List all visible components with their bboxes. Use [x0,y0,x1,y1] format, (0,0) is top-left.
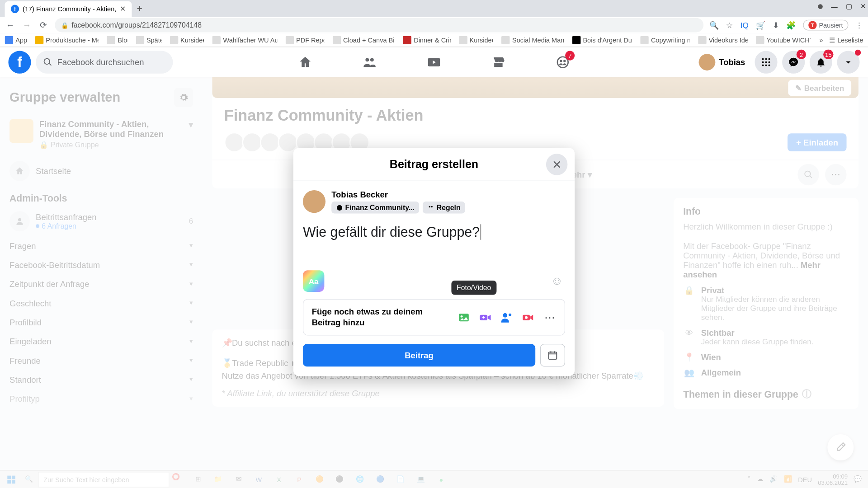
window-maximize[interactable]: ▢ [846,2,852,10]
notifications-badge: 15 [823,50,834,59]
modal-user-name: Tobias Becker [331,190,465,199]
facebook-favicon: f [11,5,19,14]
browser-chrome: ― ▢ ✕ f (17) Finanz Community - Aktien, … [0,0,868,47]
bookmark-item[interactable]: Social Media Mana… [501,36,564,44]
svg-point-2 [563,60,566,62]
bookmark-item[interactable]: Kursideen [459,36,493,44]
forward-button[interactable]: → [21,20,32,31]
rules-chip[interactable]: Regeln [423,202,466,213]
window-controls: ― ▢ ✕ [818,2,865,10]
browser-tab[interactable]: f (17) Finanz Community - Aktien, ✕ [5,1,132,17]
bookmark-item[interactable]: Produktsuche - Mer… [35,36,99,44]
room-icon[interactable]: + [479,311,492,324]
background-color-button[interactable]: Aa [303,270,324,292]
modal-user-row: Tobias Becker Finanz Community... Regeln [303,190,565,214]
nav-friends[interactable] [340,48,400,76]
svg-rect-22 [549,352,557,359]
nav-marketplace[interactable] [468,48,528,76]
zoom-icon[interactable]: 🔍 [709,21,719,30]
nav-home[interactable] [275,48,335,76]
menu-dots-icon[interactable]: ⋮ [855,21,863,30]
tab-title: (17) Finanz Community - Aktien, [23,5,116,13]
window-close[interactable]: ✕ [860,2,866,10]
ext-icon-1[interactable]: IQ [741,21,749,30]
post-submit-button[interactable]: Beitrag [303,344,535,366]
profile-avatar-icon: T [808,21,816,29]
svg-point-18 [503,313,507,317]
bookmarks-bar: Apps Produktsuche - Mer… Blog Später Kur… [0,33,868,47]
search-placeholder: Facebook durchsuchen [57,57,144,67]
tab-close-icon[interactable]: ✕ [120,5,126,14]
svg-point-13 [337,205,342,210]
ext-icon-3[interactable]: ⬇ [773,21,779,30]
reload-button[interactable]: ⟳ [38,20,49,31]
user-name: Tobias [719,57,745,67]
svg-point-1 [560,60,562,62]
modal-close-button[interactable] [546,154,567,175]
nav-groups-badge: 7 [565,51,575,60]
facebook-search[interactable]: Facebook durchsuchen [36,51,173,73]
notifications-button[interactable]: 15 [810,51,832,73]
svg-point-21 [525,316,528,319]
lock-icon: 🔒 [61,22,68,28]
messenger-badge: 2 [797,50,806,59]
nav-watch[interactable] [404,48,464,76]
url-text: facebook.com/groups/214827109704148 [71,21,202,29]
svg-point-5 [768,58,770,60]
live-video-icon[interactable] [522,311,535,324]
bookmark-item[interactable]: Videokurs Ideen [698,36,748,44]
bookmark-item[interactable]: Youtube WICHTIG [756,36,811,44]
svg-point-9 [762,65,764,66]
bookmark-item[interactable]: Wahlfächer WU Aus… [212,36,277,44]
bookmark-item[interactable]: Bois d'Argent Duft… [572,36,632,44]
address-bar[interactable]: 🔒 facebook.com/groups/214827109704148 [55,18,703,33]
back-button[interactable]: ← [5,20,16,31]
photo-video-icon[interactable] [457,311,470,324]
create-post-modal: Beitrag erstellen Tobias Becker Finanz C… [293,148,575,376]
bookmark-item[interactable]: Später [136,36,161,44]
bookmark-item[interactable]: Dinner & Crime [403,36,450,44]
account-dot[interactable] [818,4,823,9]
modal-title: Beitrag erstellen [390,158,478,171]
svg-text:+: + [482,314,485,320]
facebook-logo[interactable]: f [8,51,31,73]
audience-chip[interactable]: Finanz Community... [331,202,419,213]
bookmark-item[interactable]: Blog [107,36,127,44]
ext-icon-2[interactable]: 🛒 [756,21,765,30]
bookmark-item[interactable]: Copywriting neu [640,36,689,44]
svg-point-8 [768,61,770,63]
svg-point-7 [765,61,767,63]
user-avatar-icon [698,54,715,70]
photo-video-tooltip: Foto/Video [451,281,496,295]
nav-groups[interactable]: 7 [533,48,593,76]
new-tab-button[interactable]: + [132,1,147,17]
bookmark-item[interactable]: PDF Report [285,36,324,44]
header-user[interactable]: Tobias [694,52,750,73]
more-options-icon[interactable]: ⋯ [543,311,556,324]
svg-point-19 [509,313,511,316]
facebook-nav: 7 [275,48,593,76]
svg-point-10 [765,65,767,66]
menu-grid-button[interactable] [755,51,777,73]
ext-puzzle-icon[interactable]: 🧩 [786,21,796,30]
facebook-header: f Facebook durchsuchen 7 Tobias 2 15 [0,47,868,77]
modal-overlay[interactable]: Beitrag erstellen Tobias Becker Finanz C… [0,77,868,488]
emoji-button[interactable]: ☺ [551,274,565,288]
bookmarks-overflow[interactable]: » [819,37,823,44]
user-avatar-icon [303,190,326,213]
post-text-input[interactable]: Wie gefällt dir diese Gruppe? [303,224,565,240]
account-dropdown-button[interactable] [837,51,859,73]
schedule-button[interactable] [540,344,565,366]
profile-paused-chip[interactable]: T Pausiert [803,20,849,31]
bookmark-item[interactable]: Kursideen [170,36,204,44]
star-icon[interactable]: ☆ [726,21,733,30]
tag-people-icon[interactable] [500,311,513,324]
svg-point-4 [765,58,767,60]
account-badge [855,50,861,56]
window-minimize[interactable]: ― [831,3,838,10]
messenger-button[interactable]: 2 [782,51,805,73]
attachment-label: Füge noch etwas zu deinem Beitrag hinzu [312,307,431,328]
bookmark-item[interactable]: Cload + Canva Bilder [332,36,395,44]
reading-list[interactable]: ☰Leseliste [829,36,863,44]
apps-button[interactable]: Apps [5,36,27,44]
